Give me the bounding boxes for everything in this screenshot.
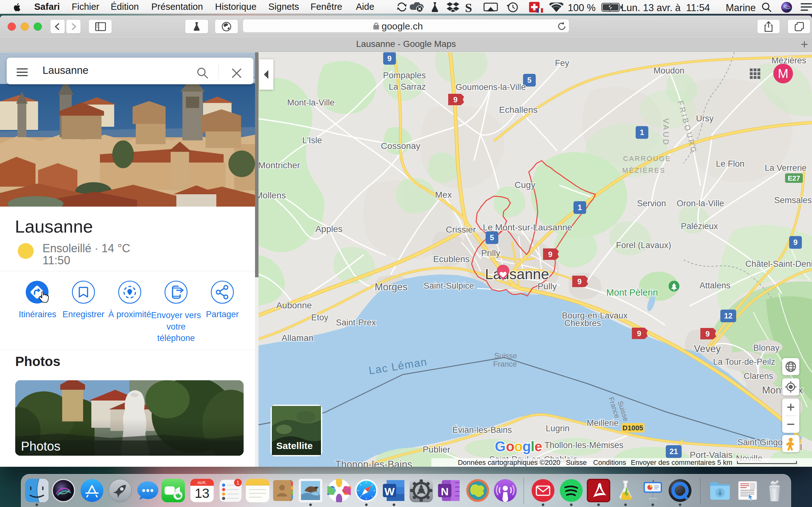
- svg-text:Etoy: Etoy: [311, 313, 328, 322]
- svg-text:e: e: [535, 439, 542, 454]
- svg-text:Semsales: Semsales: [774, 195, 812, 205]
- svg-text:Ecublens: Ecublens: [433, 254, 469, 264]
- svg-text:VAUD: VAUD: [662, 118, 670, 147]
- svg-text:Lugrin: Lugrin: [546, 424, 569, 433]
- svg-text:l: l: [531, 439, 535, 454]
- svg-text:Le Mont-sur-Lausanne: Le Mont-sur-Lausanne: [483, 222, 572, 232]
- svg-text:La Verrerie: La Verrerie: [765, 163, 807, 173]
- svg-text:Blonay: Blonay: [753, 343, 780, 353]
- svg-text:La Tour-de-Peilz: La Tour-de-Peilz: [713, 357, 775, 367]
- svg-text:1: 1: [577, 203, 582, 212]
- svg-text:12: 12: [724, 312, 733, 320]
- svg-text:Suisse: Suisse: [494, 351, 517, 360]
- svg-text:Montricher: Montricher: [258, 160, 300, 170]
- svg-text:Le Flon: Le Flon: [716, 159, 745, 169]
- svg-text:Suisse: Suisse: [566, 458, 587, 466]
- svg-text:5 km: 5 km: [717, 458, 732, 466]
- svg-text:Thollon-les-Mémises: Thollon-les-Mémises: [544, 441, 623, 450]
- svg-text:D1005: D1005: [623, 424, 643, 432]
- svg-text:Palézieux: Palézieux: [681, 222, 718, 231]
- svg-text:Châtel-Saint-Denis: Châtel-Saint-Denis: [745, 259, 812, 269]
- svg-text:9: 9: [387, 54, 392, 63]
- svg-text:Meillerie: Meillerie: [587, 418, 619, 428]
- svg-text:Mex: Mex: [435, 190, 452, 200]
- svg-text:W: W: [385, 486, 395, 498]
- svg-text:9: 9: [577, 277, 581, 286]
- svg-text:13: 13: [195, 486, 210, 501]
- svg-text:Chexbres: Chexbres: [564, 319, 601, 328]
- svg-text:Cugy: Cugy: [514, 180, 535, 190]
- svg-text:5: 5: [527, 76, 531, 84]
- svg-text:1: 1: [236, 480, 239, 486]
- svg-text:Lausanne: Lausanne: [485, 266, 549, 282]
- svg-text:N: N: [441, 486, 449, 498]
- svg-text:M: M: [778, 66, 788, 80]
- svg-text:Mollens: Mollens: [258, 190, 286, 200]
- svg-text:9: 9: [453, 95, 457, 104]
- svg-text:o: o: [506, 439, 514, 454]
- svg-text:Cossonay: Cossonay: [381, 141, 420, 151]
- svg-text:o: o: [514, 439, 523, 454]
- svg-text:Vevey: Vevey: [694, 343, 721, 354]
- svg-text:1: 1: [640, 128, 644, 136]
- svg-text:21: 21: [670, 447, 678, 456]
- svg-text:Prilly: Prilly: [481, 248, 501, 258]
- svg-text:9: 9: [548, 250, 552, 259]
- svg-text:Satellite: Satellite: [276, 441, 313, 451]
- svg-text:Clarens: Clarens: [744, 372, 773, 381]
- svg-text:Forel (Lavaux): Forel (Lavaux): [616, 240, 671, 250]
- svg-text:E27: E27: [788, 174, 800, 182]
- svg-text:Ursy: Ursy: [696, 114, 714, 123]
- svg-text:L'Isle: L'Isle: [302, 135, 322, 145]
- svg-text:La Sarraz: La Sarraz: [389, 82, 426, 92]
- svg-text:Goumoens-la-Ville: Goumoens-la-Ville: [455, 82, 526, 92]
- svg-text:Attalens: Attalens: [699, 281, 730, 290]
- svg-text:Thonon-les-Bains: Thonon-les-Bains: [335, 459, 412, 467]
- svg-text:9: 9: [637, 329, 641, 338]
- svg-text:Pully: Pully: [538, 281, 557, 291]
- svg-text:5: 5: [490, 233, 494, 242]
- svg-text:Saint-Sulpice: Saint-Sulpice: [423, 281, 474, 291]
- svg-text:Publier: Publier: [422, 445, 450, 454]
- svg-text:Moudon: Moudon: [653, 66, 684, 75]
- svg-text:g: g: [522, 439, 531, 454]
- svg-text:Apples: Apples: [315, 224, 343, 234]
- svg-text:Évian-les-Bains: Évian-les-Bains: [452, 425, 512, 435]
- svg-text:G: G: [495, 439, 506, 454]
- svg-text:Fey: Fey: [555, 58, 569, 68]
- svg-text:Mont-la-Ville: Mont-la-Ville: [287, 98, 335, 107]
- svg-text:CARROUGE: CARROUGE: [623, 155, 671, 163]
- svg-text:AVR.: AVR.: [197, 481, 206, 485]
- svg-text:Aubonne: Aubonne: [276, 300, 312, 310]
- svg-text:Servion: Servion: [637, 199, 666, 208]
- svg-text:Allaman: Allaman: [281, 333, 313, 343]
- svg-text:Crissier: Crissier: [446, 225, 476, 234]
- svg-text:9: 9: [705, 330, 710, 338]
- svg-text:Saint-Prex: Saint-Prex: [336, 318, 376, 327]
- svg-text:Conditions: Conditions: [593, 458, 626, 466]
- svg-text:Pompaples: Pompaples: [383, 71, 426, 80]
- svg-text:France: France: [493, 360, 517, 368]
- svg-text:Envoyer des commentaires: Envoyer des commentaires: [631, 458, 716, 466]
- svg-text:MÉZIÈRES: MÉZIÈRES: [622, 166, 665, 174]
- svg-text:Echallens: Echallens: [499, 105, 537, 115]
- svg-text:Photos: Photos: [21, 439, 61, 453]
- svg-text:Morges: Morges: [374, 281, 407, 292]
- svg-text:Mézières: Mézières: [771, 56, 806, 65]
- svg-text:Mont Pèlerin: Mont Pèlerin: [606, 287, 658, 297]
- svg-text:9: 9: [793, 238, 798, 246]
- svg-text:Données cartographiques ©2020: Données cartographiques ©2020: [458, 458, 560, 466]
- svg-text:Oron-la-Ville: Oron-la-Ville: [676, 199, 724, 208]
